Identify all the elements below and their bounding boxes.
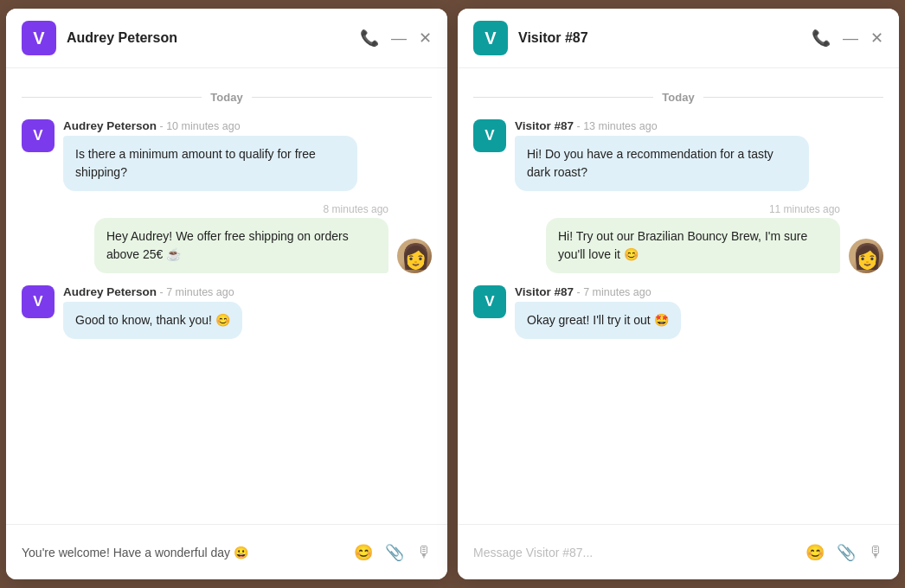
avatar-v87-1: V: [473, 119, 506, 152]
mic-icon-audrey[interactable]: 🎙: [416, 543, 432, 561]
agent-avatar-v87-2: [849, 239, 883, 273]
msg-time-1: - 10 minutes ago: [160, 120, 241, 132]
date-divider-v87: Today: [473, 91, 883, 104]
sender-name-1: Audrey Peterson: [63, 119, 157, 132]
chat-window-visitor87: V Visitor #87 📞 — ✕ Today V Visitor #87 …: [458, 9, 899, 579]
sender-name-v87-1: Visitor #87: [515, 119, 574, 132]
table-row: V Visitor #87 - 7 minutes ago Okay great…: [473, 285, 883, 339]
msg-time-2: 8 minutes ago: [324, 203, 388, 215]
msg-content-v87-1: Visitor #87 - 13 minutes ago Hi! Do you …: [515, 119, 809, 191]
sender-name-v87-3: Visitor #87: [515, 285, 574, 298]
table-row: 8 minutes ago Hey Audrey! We offer free …: [22, 203, 432, 273]
sender-name-3: Audrey Peterson: [63, 285, 157, 298]
footer-draft-audrey: You're welcome! Have a wonderful day 😀: [22, 546, 345, 559]
header-actions-visitor87: 📞 — ✕: [812, 30, 883, 46]
table-row: V Audrey Peterson - 10 minutes ago Is th…: [22, 119, 432, 191]
bubble-2: Hey Audrey! We offer free shipping on or…: [94, 218, 388, 273]
emoji-icon-audrey[interactable]: 😊: [354, 543, 373, 562]
avatar-visitor-audrey-1: V: [22, 119, 55, 152]
table-row: V Visitor #87 - 13 minutes ago Hi! Do yo…: [473, 119, 883, 191]
date-divider-audrey: Today: [22, 91, 432, 104]
msg-time-3: - 7 minutes ago: [160, 286, 234, 298]
msg-content-3: Audrey Peterson - 7 minutes ago Good to …: [63, 285, 242, 339]
date-label-audrey: Today: [210, 91, 242, 104]
msg-content-v87-2: 11 minutes ago Hi! Try out our Brazilian…: [546, 203, 840, 273]
avatar-visitor87: V: [473, 21, 508, 55]
phone-icon[interactable]: 📞: [360, 30, 379, 46]
table-row: 11 minutes ago Hi! Try out our Brazilian…: [473, 203, 883, 273]
chat-window-audrey: V Audrey Peterson 📞 — ✕ Today V Audrey P…: [6, 9, 447, 579]
chat-title-audrey: Audrey Peterson: [67, 30, 350, 46]
agent-avatar-1: [397, 239, 432, 273]
chat-header-visitor87: V Visitor #87 📞 — ✕: [458, 9, 899, 68]
messages-area-audrey: Today V Audrey Peterson - 10 minutes ago…: [6, 68, 447, 524]
close-icon-v87[interactable]: ✕: [870, 30, 883, 46]
msg-meta-3: Audrey Peterson - 7 minutes ago: [63, 285, 242, 298]
footer-icons-audrey: 😊 📎 🎙: [354, 543, 432, 562]
msg-meta-v87-1: Visitor #87 - 13 minutes ago: [515, 119, 809, 132]
msg-time-v87-3: - 7 minutes ago: [577, 286, 651, 298]
avatar-visitor-audrey-3: V: [22, 285, 55, 318]
msg-content-1: Audrey Peterson - 10 minutes ago Is ther…: [63, 119, 357, 191]
msg-meta-v87-3: Visitor #87 - 7 minutes ago: [515, 285, 681, 298]
chat-footer-audrey: You're welcome! Have a wonderful day 😀 😊…: [6, 524, 447, 579]
msg-time-v87-1: - 13 minutes ago: [577, 120, 658, 132]
footer-icons-v87: 😊 📎 🎙: [806, 543, 883, 562]
close-icon[interactable]: ✕: [419, 30, 432, 46]
msg-content-2: 8 minutes ago Hey Audrey! We offer free …: [94, 203, 388, 273]
bubble-v87-3: Okay great! I'll try it out 🤩: [515, 302, 681, 339]
avatar-v87-3: V: [473, 285, 506, 318]
phone-icon-v87[interactable]: 📞: [812, 30, 831, 46]
minimize-icon-v87[interactable]: —: [843, 30, 858, 46]
bubble-3: Good to know, thank you! 😊: [63, 302, 242, 339]
messages-area-visitor87: Today V Visitor #87 - 13 minutes ago Hi!…: [458, 68, 899, 524]
chat-header-audrey: V Audrey Peterson 📞 — ✕: [6, 9, 447, 68]
footer-placeholder-v87[interactable]: Message Visitor #87...: [473, 546, 797, 559]
chat-title-visitor87: Visitor #87: [518, 30, 801, 46]
header-actions-audrey: 📞 — ✕: [360, 30, 432, 46]
chat-footer-visitor87: Message Visitor #87... 😊 📎 🎙: [458, 524, 899, 579]
emoji-icon-v87[interactable]: 😊: [806, 543, 825, 562]
bubble-v87-1: Hi! Do you have a recommendation for a t…: [515, 136, 809, 191]
attach-icon-v87[interactable]: 📎: [837, 543, 856, 562]
bubble-v87-2: Hi! Try out our Brazilian Bouncy Brew, I…: [546, 218, 840, 273]
msg-content-v87-3: Visitor #87 - 7 minutes ago Okay great! …: [515, 285, 681, 339]
date-label-v87: Today: [662, 91, 694, 104]
table-row: V Audrey Peterson - 7 minutes ago Good t…: [22, 285, 432, 339]
mic-icon-v87[interactable]: 🎙: [868, 543, 883, 561]
avatar-audrey: V: [22, 21, 56, 55]
minimize-icon[interactable]: —: [391, 30, 407, 46]
msg-time-v87-2: 11 minutes ago: [769, 203, 840, 215]
bubble-1: Is there a minimum amount to qualify for…: [63, 136, 357, 191]
attach-icon-audrey[interactable]: 📎: [385, 543, 404, 562]
msg-meta-1: Audrey Peterson - 10 minutes ago: [63, 119, 357, 132]
